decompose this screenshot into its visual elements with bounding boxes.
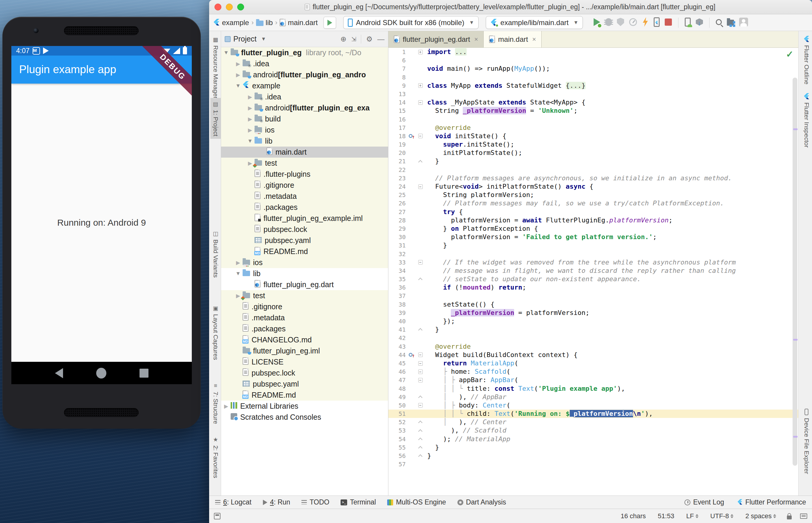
tree-expander[interactable]: ▶: [235, 72, 241, 78]
tree-row-selected[interactable]: main.dart: [221, 147, 388, 158]
tree-expander[interactable]: ▶: [247, 105, 253, 111]
code-line[interactable]: 19 super.initState();: [388, 140, 798, 149]
code-line[interactable]: 32: [388, 250, 798, 258]
tree-row[interactable]: ▶ios: [221, 257, 388, 268]
code-line[interactable]: 21 }: [388, 157, 798, 165]
close-icon[interactable]: ×: [474, 36, 478, 43]
tab-flutter_plugin_eg-dart[interactable]: flutter_plugin_eg.dart×: [388, 31, 484, 48]
tool-window-button-flutter-performance[interactable]: Flutter Performance: [737, 498, 806, 506]
code-line[interactable]: 49 │ ), // AppBar: [388, 393, 798, 401]
code-line[interactable]: 57: [388, 460, 798, 468]
scrollbar-thumb[interactable]: [793, 78, 797, 466]
code-line[interactable]: 52 │ ), // Center: [388, 418, 798, 426]
fold-end-icon[interactable]: [418, 454, 422, 458]
fold-end-icon[interactable]: [418, 160, 422, 164]
stripe-item-layout-captures[interactable]: ▣Layout Captures: [210, 302, 221, 362]
tree-expander[interactable]: ▶: [235, 259, 241, 266]
settings-gear-button[interactable]: ⚙: [366, 35, 373, 43]
code-line[interactable]: 43 @override: [388, 342, 798, 351]
occurrence-mark[interactable]: [793, 436, 798, 438]
code-line[interactable]: 14−class _MyAppState extends State<MyApp…: [388, 98, 798, 107]
tree-row[interactable]: flutter_plugin_eg_example.iml: [221, 213, 388, 224]
tree-row[interactable]: Scratches and Consoles: [221, 412, 388, 423]
code-line[interactable]: 44− Widget build(BuildContext context) {: [388, 351, 798, 359]
tree-row[interactable]: ▶android [flutter_plugin_eg_exa: [221, 102, 388, 113]
run-button[interactable]: [593, 18, 600, 27]
code-line[interactable]: 13: [388, 90, 798, 98]
code-line[interactable]: 31 }: [388, 241, 798, 250]
tree-expander[interactable]: ▶: [235, 60, 241, 67]
code-line[interactable]: 30 platformVersion = 'Failed to get plat…: [388, 233, 798, 241]
fold-end-icon[interactable]: [418, 328, 422, 332]
tool-window-button-event-log[interactable]: Event Log: [685, 498, 724, 506]
code-line[interactable]: 35 // setState to update our non-existen…: [388, 275, 798, 283]
status-51-53[interactable]: 51:53: [658, 512, 674, 520]
code-line[interactable]: 36 if (!mounted) return;: [388, 283, 798, 292]
stripe-item-1-project[interactable]: ▤1: Project: [210, 98, 221, 139]
code-line[interactable]: 46− ├ home: Scaffold(: [388, 367, 798, 376]
stop-button[interactable]: [665, 18, 672, 27]
tree-row[interactable]: ▼example: [221, 80, 388, 91]
fold-end-icon[interactable]: [418, 429, 422, 433]
hot-restart-button[interactable]: [654, 17, 660, 28]
profiler-button[interactable]: [629, 18, 637, 27]
chevron-down-icon[interactable]: ▼: [261, 36, 266, 42]
code-line[interactable]: 24− Future<void> initPlatformState() asy…: [388, 182, 798, 191]
stripe-item-build-variants[interactable]: ◫Build Variants: [210, 228, 221, 280]
tree-row[interactable]: flutter_plugin_eg.iml: [221, 345, 388, 357]
stripe-item-flutter-inspector[interactable]: Flutter Inspector: [801, 91, 812, 150]
code-line[interactable]: 26 // Platform messages may fail, so we …: [388, 199, 798, 208]
code-line[interactable]: 18− void initState() {: [388, 132, 798, 140]
close-window-button[interactable]: [214, 4, 221, 11]
fold-end-icon[interactable]: [418, 421, 422, 425]
tool-window-button-4-run[interactable]: 4: Run: [263, 498, 290, 506]
tree-row[interactable]: pubspec.yaml: [221, 235, 388, 246]
fold-collapse-icon[interactable]: −: [418, 378, 423, 382]
tree-row[interactable]: ▶android [flutter_plugin_eg_andro: [221, 69, 388, 80]
avatar-button[interactable]: [739, 18, 748, 28]
tab-main-dart[interactable]: main.dart×: [484, 31, 542, 48]
tree-row[interactable]: pubspec.lock: [221, 224, 388, 235]
code-line[interactable]: 34 // message was in flight, we want to …: [388, 267, 798, 275]
tree-row[interactable]: pubspec.lock: [221, 367, 388, 379]
locate-file-button[interactable]: ⊕: [341, 35, 347, 43]
stripe-item-flutter-outline[interactable]: Flutter Outline: [801, 33, 812, 87]
code-line[interactable]: 15 String _platformVersion = 'Unknown';: [388, 107, 798, 115]
tree-expander[interactable]: ▼: [223, 50, 229, 56]
status-utf-8[interactable]: UTF-8: [710, 512, 733, 520]
code-line[interactable]: 17 @override: [388, 124, 798, 132]
fold-collapse-icon[interactable]: −: [418, 134, 423, 138]
fold-end-icon[interactable]: [418, 446, 422, 450]
device-selector[interactable]: Android SDK built for x86 (mobile) ▼: [343, 16, 479, 29]
run-context-button[interactable]: [324, 17, 336, 29]
code-line[interactable]: 55 }: [388, 443, 798, 452]
stripe-item-2-favorites[interactable]: ★2: Favorites: [210, 433, 221, 481]
code-line[interactable]: 56}: [388, 452, 798, 460]
tool-window-button-multi-os-engine[interactable]: Multi-OS Engine: [387, 498, 446, 506]
code-line[interactable]: 6: [388, 56, 798, 65]
tree-row[interactable]: .metadata: [221, 191, 388, 202]
breadcrumb-item-example[interactable]: example: [213, 18, 249, 27]
home-button[interactable]: [96, 368, 106, 379]
stripe-item-7-structure[interactable]: ≡7: Structure: [210, 380, 221, 427]
tree-row[interactable]: README.md: [221, 246, 388, 257]
status-2-spaces[interactable]: 2 spaces: [745, 512, 776, 520]
tree-expander[interactable]: ▶: [247, 116, 253, 122]
code-editor[interactable]: ✓ 1+import ...67void main() => runApp(My…: [388, 48, 798, 495]
project-structure-button[interactable]: [727, 18, 734, 27]
tree-row[interactable]: ▼lib: [221, 268, 388, 279]
debug-button[interactable]: [605, 18, 612, 27]
tree-row[interactable]: pubspec.yaml: [221, 379, 388, 390]
code-line[interactable]: 1+import ...: [388, 48, 798, 56]
fold-end-icon[interactable]: [418, 396, 422, 400]
breadcrumb-item-lib[interactable]: lib: [256, 18, 273, 27]
tree-row[interactable]: ▶test: [221, 158, 388, 169]
code-line[interactable]: 7void main() => runApp(MyApp());: [388, 65, 798, 73]
fold-collapse-icon[interactable]: −: [418, 369, 423, 374]
tree-expander[interactable]: ▼: [247, 138, 253, 144]
code-line[interactable]: 8: [388, 73, 798, 82]
editor-scrollbar[interactable]: [793, 78, 797, 466]
tree-row[interactable]: .metadata: [221, 312, 388, 323]
tree-row[interactable]: ▶.idea: [221, 58, 388, 69]
fold-collapse-icon[interactable]: −: [418, 403, 423, 408]
